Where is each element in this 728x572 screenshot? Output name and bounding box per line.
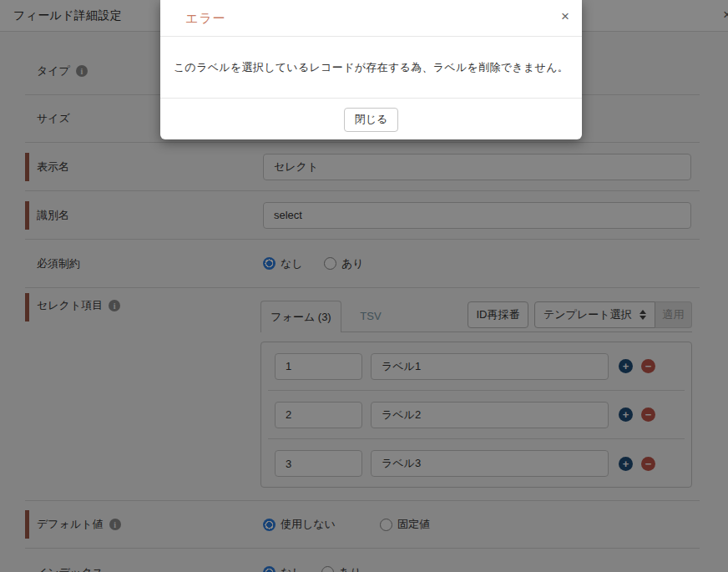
close-icon[interactable]: × xyxy=(557,8,574,25)
error-dialog-header: エラー × xyxy=(160,0,582,37)
field-detail-settings-page: フィールド詳細設定 × タイプ i サイズ 表示名 識別名 必須制約 なし あり xyxy=(0,0,728,572)
error-message: このラベルを選択しているレコードが存在する為、ラベルを削除できません。 xyxy=(160,37,582,98)
close-button[interactable]: 閉じる xyxy=(344,108,399,132)
error-dialog-title: エラー xyxy=(185,0,226,36)
error-dialog-footer: 閉じる xyxy=(160,98,582,140)
error-dialog: エラー × このラベルを選択しているレコードが存在する為、ラベルを削除できません… xyxy=(160,0,582,139)
